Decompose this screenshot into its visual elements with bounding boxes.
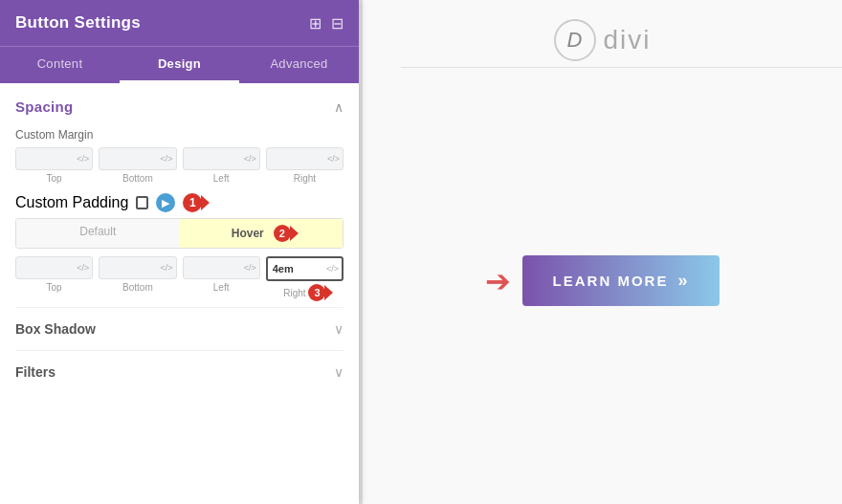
margin-bottom-input[interactable] [100, 148, 160, 169]
margin-left-unit[interactable]: </> [244, 154, 259, 164]
padding-bottom-cell: </> Bottom [99, 256, 176, 301]
padding-left-cell: </> Left [183, 256, 260, 301]
margin-left-cell: </> Left [183, 147, 260, 184]
padding-top-input[interactable] [16, 257, 77, 278]
padding-top-input-wrap: </> [15, 256, 93, 279]
margin-bottom-unit[interactable]: </> [160, 154, 175, 164]
padding-right-input[interactable] [268, 258, 326, 279]
padding-right-label: Right 3 [283, 284, 325, 301]
padding-right-unit[interactable]: </> [326, 264, 342, 274]
learn-more-button[interactable]: LEARN MORE » [522, 255, 720, 306]
panel-title: Button Settings [15, 13, 141, 33]
margin-bottom-label: Bottom [122, 173, 153, 184]
margin-bottom-cell: </> Bottom [99, 147, 176, 184]
panel-content: Spacing ∧ Custom Margin </> Top [0, 83, 359, 504]
margin-top-input-wrap: </> [15, 147, 93, 170]
default-btn[interactable]: Default [16, 219, 180, 248]
padding-bottom-label: Bottom [122, 282, 153, 293]
arrow-right-icon: ➔ [485, 263, 511, 299]
padding-right-input-wrap: </> [266, 256, 343, 281]
padding-fields: </> Top </> Bottom </> Left [15, 256, 343, 301]
learn-more-label: LEARN MORE [553, 273, 669, 289]
padding-top-unit[interactable]: </> [77, 263, 92, 273]
tab-design[interactable]: Design [120, 47, 239, 83]
header-icons: ⊞ ⊟ [309, 14, 343, 33]
panel-header: Button Settings ⊞ ⊟ [0, 0, 359, 46]
preview-panel: D divi ➔ LEARN MORE » [363, 0, 842, 504]
margin-right-unit[interactable]: </> [327, 154, 343, 164]
custom-padding-group: Custom Padding ▶ 1 Default Hover 2 [15, 193, 343, 301]
margin-left-label: Left [213, 173, 230, 184]
padding-left-label: Left [213, 282, 230, 293]
button-arrow-icon: » [677, 271, 689, 291]
custom-margin-group: Custom Margin </> Top </> Bottom [15, 128, 343, 184]
cursor-icon[interactable]: ▶ [156, 193, 175, 212]
tab-advanced[interactable]: Advanced [239, 47, 359, 83]
filters-title: Filters [15, 364, 55, 380]
box-shadow-chevron-icon[interactable]: ∨ [334, 321, 343, 337]
expand-icon[interactable]: ⊞ [309, 14, 321, 33]
padding-left-unit[interactable]: </> [244, 263, 259, 273]
padding-left-input[interactable] [184, 257, 244, 278]
margin-left-input-wrap: </> [183, 147, 260, 170]
badge-2: 2 [274, 225, 291, 242]
custom-padding-label-row: Custom Padding ▶ 1 [15, 193, 343, 212]
margin-right-label: Right [294, 173, 316, 184]
badge-3: 3 [308, 284, 325, 301]
spacing-collapse-icon[interactable]: ∧ [334, 99, 343, 115]
custom-padding-label: Custom Padding [15, 194, 128, 211]
padding-left-input-wrap: </> [183, 256, 260, 279]
divi-logo: D divi [553, 19, 651, 61]
divi-text: divi [603, 25, 651, 55]
padding-bottom-input-wrap: </> [99, 256, 176, 279]
spacing-title: Spacing [15, 99, 73, 115]
settings-panel: Button Settings ⊞ ⊟ Content Design Advan… [0, 0, 359, 504]
learn-more-wrap: ➔ LEARN MORE » [485, 255, 720, 306]
filters-section: Filters ∨ [15, 350, 343, 393]
arrow-indicator: ➔ [485, 263, 511, 299]
margin-top-input[interactable] [16, 148, 77, 169]
device-icon[interactable] [136, 196, 148, 209]
divi-circle: D [553, 19, 595, 61]
settings-icon[interactable]: ⊟ [331, 14, 343, 33]
tab-bar: Content Design Advanced [0, 46, 359, 83]
box-shadow-title: Box Shadow [15, 321, 96, 337]
margin-fields: </> Top </> Bottom </> Left [15, 147, 343, 184]
divider-line [401, 67, 842, 68]
margin-right-input[interactable] [267, 148, 327, 169]
custom-margin-label: Custom Margin [15, 128, 343, 142]
margin-right-input-wrap: </> [266, 147, 343, 170]
margin-top-unit[interactable]: </> [77, 154, 92, 164]
spacing-section-header: Spacing ∧ [15, 99, 343, 115]
hover-btn[interactable]: Hover 2 [180, 219, 343, 248]
tab-content[interactable]: Content [0, 47, 120, 83]
padding-top-cell: </> Top [15, 256, 93, 301]
margin-top-cell: </> Top [15, 147, 93, 184]
margin-bottom-input-wrap: </> [99, 147, 176, 170]
box-shadow-section: Box Shadow ∨ [15, 307, 343, 350]
margin-left-input[interactable] [184, 148, 244, 169]
filters-chevron-icon[interactable]: ∨ [334, 364, 343, 380]
filters-header[interactable]: Filters ∨ [15, 364, 343, 380]
margin-right-cell: </> Right [266, 147, 343, 184]
padding-top-label: Top [47, 282, 62, 293]
padding-bottom-input[interactable] [100, 257, 160, 278]
padding-bottom-unit[interactable]: </> [160, 263, 175, 273]
margin-top-label: Top [47, 173, 62, 184]
box-shadow-header[interactable]: Box Shadow ∨ [15, 321, 343, 337]
padding-right-cell: </> Right 3 [266, 256, 343, 301]
hover-default-toggle[interactable]: Default Hover 2 [15, 218, 343, 249]
badge-1: 1 [183, 193, 202, 212]
